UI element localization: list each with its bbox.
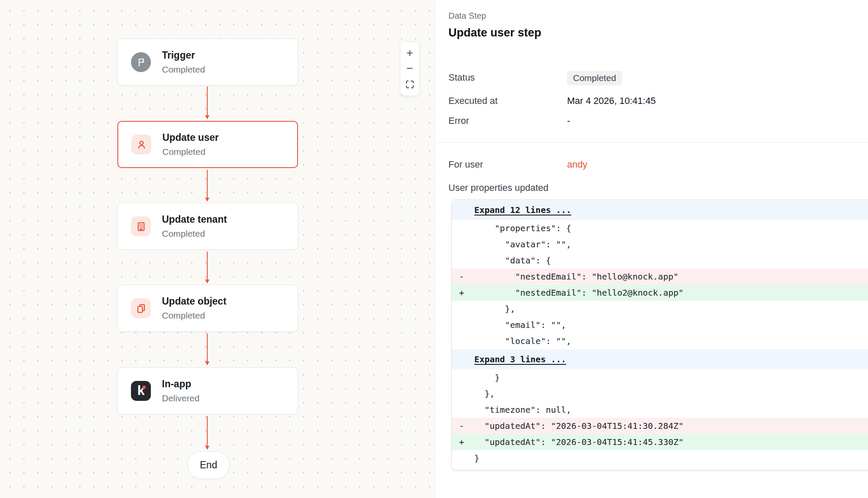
node-trigger[interactable]: Trigger Completed: [117, 39, 298, 86]
diff-context-line: },: [452, 386, 868, 402]
user-icon: [131, 134, 151, 154]
node-update-user[interactable]: Update user Completed: [117, 121, 298, 168]
for-user-label: For user: [448, 159, 483, 170]
building-icon: [131, 216, 151, 236]
section-divider: [435, 142, 868, 143]
canvas-zoom-controls: + −: [400, 42, 420, 96]
fit-view-button[interactable]: [403, 77, 417, 92]
pages-icon: [131, 298, 151, 318]
diff-heading: User properties updated: [448, 182, 548, 193]
node-status: Completed: [162, 310, 226, 321]
node-status: Completed: [162, 64, 205, 75]
diff-added-line: + "updatedAt": "2026-03-04T15:41:45.330Z…: [452, 434, 868, 450]
error-label: Error: [448, 115, 469, 126]
page-title: Update user step: [448, 26, 541, 39]
edge-arrow: [207, 416, 208, 449]
expand-lines-link[interactable]: Expand 3 lines ...: [474, 354, 566, 364]
node-end[interactable]: End: [187, 451, 230, 479]
expand-lines-link[interactable]: Expand 12 lines ...: [474, 205, 571, 215]
diff-context-line: }: [452, 369, 868, 386]
executed-at-label: Executed at: [448, 95, 498, 106]
zoom-out-button[interactable]: −: [403, 62, 417, 76]
workflow-canvas[interactable]: Trigger Completed Update user Completed …: [0, 0, 434, 498]
flag-icon: [131, 52, 151, 72]
panel-kicker: Data Step: [448, 11, 486, 21]
diff-context-line: },: [452, 301, 868, 317]
diff-context-line: "locale": "",: [452, 333, 868, 349]
node-update-object[interactable]: Update object Completed: [117, 285, 298, 332]
diff-expand-row: Expand 3 lines ...: [452, 349, 868, 369]
knock-logo-icon: k: [131, 381, 151, 401]
status-label: Status: [448, 72, 475, 83]
edge-arrow: [207, 170, 208, 201]
node-update-tenant[interactable]: Update tenant Completed: [117, 203, 298, 250]
properties-diff-block: Expand 12 lines ... "properties": { "ava…: [451, 199, 868, 470]
diff-context-line: "avatar": "",: [452, 236, 868, 252]
step-details-panel: Data Step Update user step Status Comple…: [434, 0, 868, 498]
node-title: Update tenant: [162, 214, 227, 226]
fit-view-icon: [406, 80, 414, 89]
node-status: Completed: [162, 146, 219, 157]
diff-removed-line: - "updatedAt": "2026-03-04T15:41:30.284Z…: [452, 418, 868, 434]
edge-arrow: [207, 252, 208, 283]
node-title: Update user: [162, 132, 219, 144]
status-badge: Completed: [567, 71, 622, 85]
node-title: Trigger: [162, 50, 205, 62]
diff-context-line: "properties": {: [452, 220, 868, 236]
node-title: Update object: [162, 296, 226, 308]
executed-at-value: Mar 4 2026, 10:41:45: [567, 95, 656, 106]
diff-added-line: + "nestedEmail": "hello2@knock.app": [452, 285, 868, 301]
diff-context-line: "data": {: [452, 252, 868, 269]
diff-removed-line: - "nestedEmail": "hello@knock.app": [452, 269, 868, 285]
zoom-in-button[interactable]: +: [403, 46, 417, 60]
edge-arrow: [207, 333, 208, 365]
node-title: In-app: [162, 378, 200, 390]
edge-arrow: [207, 87, 208, 119]
for-user-link[interactable]: andy: [567, 159, 587, 170]
node-in-app[interactable]: k In-app Delivered: [117, 367, 298, 414]
diff-context-line: "email": "",: [452, 317, 868, 333]
knock-dot: [142, 386, 146, 389]
diff-context-line: }: [452, 450, 868, 466]
error-value: -: [567, 115, 570, 126]
diff-expand-row: Expand 12 lines ...: [452, 200, 868, 220]
diff-context-line: "timezone": null,: [452, 402, 868, 418]
node-status: Completed: [162, 228, 227, 239]
node-status: Delivered: [162, 393, 200, 403]
